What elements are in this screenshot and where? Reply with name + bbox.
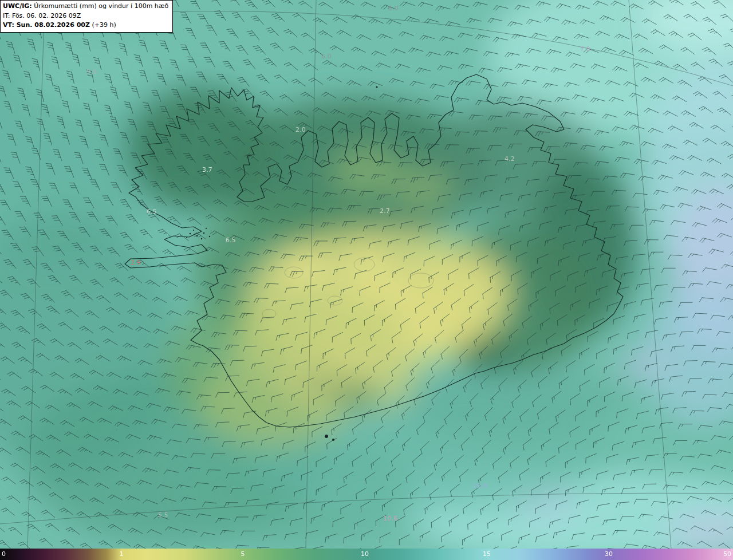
valid-time: VT: Sun. 08.02.2026 00Z (+39 h) — [3, 21, 168, 30]
colorbar-tick-label: 15 — [483, 551, 491, 557]
colorbar-tick-label: 50 — [723, 551, 731, 557]
model-label: UWC/IG: — [3, 2, 32, 10]
colorbar-tick-label: 1 — [120, 551, 124, 557]
colorbar-tick-label: 30 — [605, 551, 613, 557]
precipitation-wind-map — [0, 0, 733, 549]
map-canvas — [0, 0, 733, 549]
map-title-text: Úrkomumætti (mm) og vindur í 100m hæð — [32, 2, 169, 10]
weather-map-page: 6.06.09.97.92.03.74.22.76.56.52.910.85.5… — [0, 0, 733, 560]
valid-time-rest: (+39 h) — [90, 21, 116, 29]
map-title-box: UWC/IG: Úrkomumætti (mm) og vindur í 100… — [0, 0, 173, 33]
colorbar-tick-label: 10 — [361, 551, 369, 557]
init-time: IT: Fös. 06. 02. 2026 09Z — [3, 11, 168, 21]
valid-time-bold: VT: Sun. 08.02.2026 00Z — [3, 21, 90, 29]
colorbar-tick-label: 0 — [2, 551, 6, 557]
map-title: UWC/IG: Úrkomumætti (mm) og vindur í 100… — [3, 2, 168, 11]
precipitation-colorbar: 01510153050 — [0, 549, 733, 560]
colorbar-tick-label: 5 — [241, 551, 245, 557]
